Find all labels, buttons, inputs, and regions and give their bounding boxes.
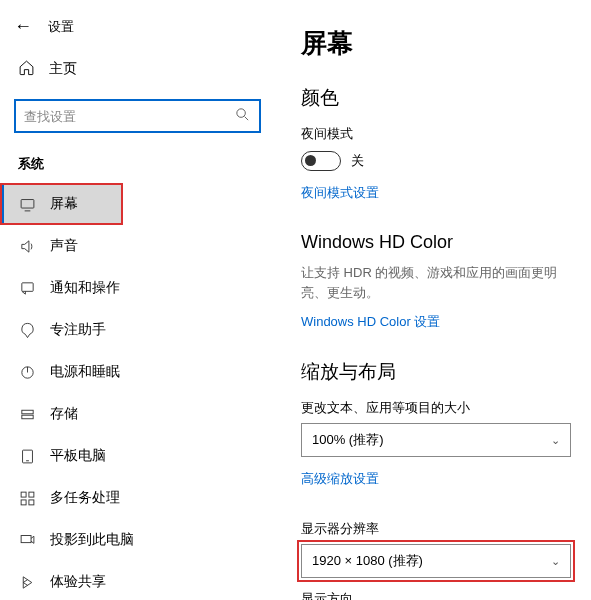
search-box[interactable] xyxy=(14,99,261,133)
search-input[interactable] xyxy=(24,109,234,124)
svg-line-1 xyxy=(245,117,249,121)
section-label: 系统 xyxy=(0,149,275,183)
svg-rect-15 xyxy=(21,535,31,542)
hd-desc: 让支持 HDR 的视频、游戏和应用的画面更明亮、更生动。 xyxy=(301,263,581,302)
sidebar-item-label: 通知和操作 xyxy=(50,279,120,297)
color-heading: 颜色 xyxy=(301,85,581,111)
project-icon xyxy=(18,532,36,549)
sidebar-item-tablet[interactable]: 平板电脑 xyxy=(0,435,275,477)
sidebar-item-label: 屏幕 xyxy=(50,195,78,213)
shared-icon xyxy=(18,574,36,591)
textsize-select[interactable]: 100% (推荐) ⌄ xyxy=(301,423,571,457)
sidebar-item-label: 专注助手 xyxy=(50,321,106,339)
search-icon xyxy=(234,106,251,126)
hd-settings-link[interactable]: Windows HD Color 设置 xyxy=(301,313,440,331)
chevron-down-icon: ⌄ xyxy=(551,434,560,447)
sidebar-item-label: 体验共享 xyxy=(50,573,106,591)
sidebar-item-label: 投影到此电脑 xyxy=(50,531,134,549)
home-icon xyxy=(18,59,35,79)
storage-icon xyxy=(18,406,36,423)
sidebar-item-project[interactable]: 投影到此电脑 xyxy=(0,519,275,561)
sidebar-item-label: 平板电脑 xyxy=(50,447,106,465)
focus-icon xyxy=(18,322,36,339)
sidebar-item-display[interactable]: 屏幕 xyxy=(0,183,123,225)
svg-rect-12 xyxy=(28,492,33,497)
resolution-value: 1920 × 1080 (推荐) xyxy=(312,552,423,570)
sidebar-item-shared[interactable]: 体验共享 xyxy=(0,561,275,600)
settings-title: 设置 xyxy=(48,18,74,36)
resolution-label: 显示器分辨率 xyxy=(301,520,581,538)
scale-heading: 缩放与布局 xyxy=(301,359,581,385)
svg-rect-7 xyxy=(21,410,32,414)
home-label: 主页 xyxy=(49,60,77,78)
display-icon xyxy=(18,196,36,213)
night-mode-label: 夜间模式 xyxy=(301,125,581,143)
svg-point-0 xyxy=(237,109,246,118)
sidebar-item-storage[interactable]: 存储 xyxy=(0,393,275,435)
power-icon xyxy=(18,364,36,381)
svg-rect-14 xyxy=(28,499,33,504)
svg-rect-11 xyxy=(21,492,26,497)
night-mode-toggle[interactable] xyxy=(301,151,341,171)
sidebar-item-label: 电源和睡眠 xyxy=(50,363,120,381)
back-icon[interactable]: ← xyxy=(14,16,32,37)
sidebar-item-sound[interactable]: 声音 xyxy=(0,225,275,267)
sidebar-item-multitask[interactable]: 多任务处理 xyxy=(0,477,275,519)
svg-rect-13 xyxy=(21,499,26,504)
sidebar-item-label: 声音 xyxy=(50,237,78,255)
sound-icon xyxy=(18,238,36,255)
sidebar-item-label: 多任务处理 xyxy=(50,489,120,507)
sidebar-item-notifications[interactable]: 通知和操作 xyxy=(0,267,275,309)
advanced-scaling-link[interactable]: 高级缩放设置 xyxy=(301,470,379,488)
textsize-value: 100% (推荐) xyxy=(312,431,384,449)
svg-rect-8 xyxy=(21,415,32,419)
toggle-off-label: 关 xyxy=(351,152,364,170)
tablet-icon xyxy=(18,448,36,465)
sidebar-item-label: 存储 xyxy=(50,405,78,423)
chevron-down-icon: ⌄ xyxy=(551,555,560,568)
page-title: 屏幕 xyxy=(301,26,581,61)
home-row[interactable]: 主页 xyxy=(0,49,275,89)
sidebar-item-power[interactable]: 电源和睡眠 xyxy=(0,351,275,393)
multitask-icon xyxy=(18,490,36,507)
textsize-label: 更改文本、应用等项目的大小 xyxy=(301,399,581,417)
hd-heading: Windows HD Color xyxy=(301,232,581,253)
sidebar-item-focus[interactable]: 专注助手 xyxy=(0,309,275,351)
notifications-icon xyxy=(18,280,36,297)
resolution-select[interactable]: 1920 × 1080 (推荐) ⌄ xyxy=(301,544,571,578)
svg-rect-2 xyxy=(21,199,34,208)
orientation-label: 显示方向 xyxy=(301,590,581,600)
night-mode-settings-link[interactable]: 夜间模式设置 xyxy=(301,184,379,202)
svg-rect-4 xyxy=(21,282,32,291)
